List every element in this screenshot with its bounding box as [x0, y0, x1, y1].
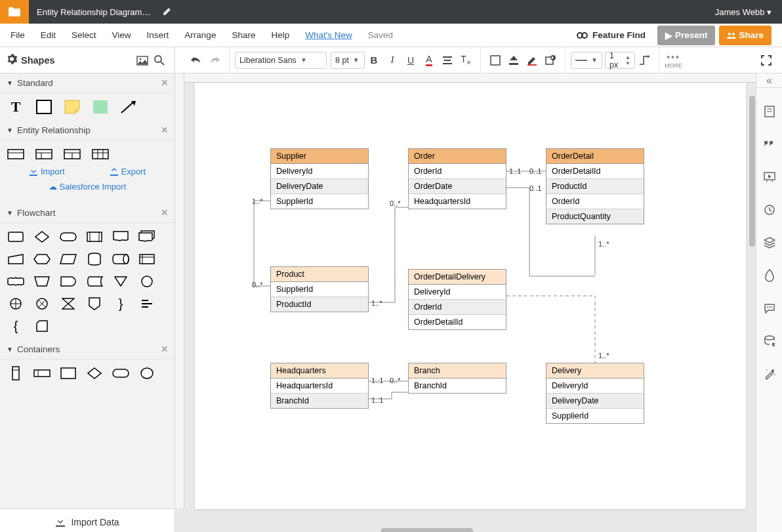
section-containers-header[interactable]: ▼Containers×: [0, 340, 175, 359]
canvas[interactable]: SupplierDeliveryIdDeliveryDateSupplierId…: [175, 73, 782, 532]
fc-prep[interactable]: [33, 252, 51, 266]
arrow-shape[interactable]: [119, 100, 138, 114]
italic-button[interactable]: I: [383, 51, 401, 70]
entity-hq[interactable]: HeadquartersHeadquartersIdBranchId: [270, 363, 369, 409]
shape-fill-button[interactable]: [486, 51, 504, 70]
section-standard-header[interactable]: ▼Standard×: [0, 73, 175, 93]
fc-delay[interactable]: [59, 274, 77, 289]
er-shape-2[interactable]: [35, 147, 53, 161]
import-link[interactable]: Import: [29, 167, 65, 176]
close-icon[interactable]: ×: [161, 123, 168, 137]
fc-papertape[interactable]: [7, 274, 25, 289]
block-shape[interactable]: [91, 100, 110, 114]
fc-manualop[interactable]: [33, 274, 51, 289]
underline-button[interactable]: U: [401, 51, 420, 70]
entity-branch[interactable]: BranchBranchId: [408, 363, 506, 394]
line-width-select[interactable]: 1 px▲▼: [605, 52, 635, 69]
fc-data[interactable]: [59, 252, 77, 266]
dock-present-icon[interactable]: [760, 168, 779, 186]
menu-help[interactable]: Help: [271, 30, 289, 40]
fc-brace-right[interactable]: }: [112, 297, 130, 311]
menu-view[interactable]: View: [112, 30, 131, 40]
scrollbar-vertical[interactable]: [749, 83, 756, 527]
text-shape[interactable]: T: [7, 100, 25, 114]
undo-button[interactable]: [187, 51, 205, 70]
line-shape-button[interactable]: [635, 51, 653, 70]
rename-icon[interactable]: [163, 7, 172, 18]
diagram-page[interactable]: SupplierDeliveryIdDeliveryDateSupplierId…: [195, 83, 746, 509]
scrollbar-horizontal[interactable]: [184, 527, 756, 532]
shape-options-button[interactable]: [541, 51, 560, 70]
line-style-select[interactable]: ▼: [571, 52, 602, 69]
fc-connector[interactable]: [138, 274, 156, 289]
fc-database[interactable]: [85, 252, 104, 266]
section-er-header[interactable]: ▼Entity Relationship×: [0, 121, 175, 140]
dock-paint-icon[interactable]: [760, 266, 779, 285]
font-family-select[interactable]: Liberation Sans▼: [235, 52, 327, 69]
section-flowchart-header[interactable]: ▼Flowchart×: [0, 203, 175, 223]
fc-collate[interactable]: [59, 297, 77, 311]
er-shape-1[interactable]: [7, 147, 25, 161]
fc-intstorage[interactable]: [138, 252, 156, 266]
gear-icon[interactable]: [7, 54, 17, 67]
font-size-select[interactable]: 8 pt▼: [331, 52, 365, 69]
fc-storeddata[interactable]: [85, 274, 104, 289]
fill-color-button[interactable]: [504, 51, 523, 70]
collapse-dock-button[interactable]: «: [756, 73, 782, 88]
fc-multidoc[interactable]: [138, 230, 156, 244]
fc-note[interactable]: [138, 297, 156, 311]
border-color-button[interactable]: [523, 51, 541, 70]
redo-button[interactable]: [205, 51, 224, 70]
dock-notes-icon[interactable]: [760, 102, 779, 121]
folder-icon[interactable]: [0, 0, 29, 24]
entity-delivery[interactable]: DeliveryDeliveryIdDeliveryDateSupplierId: [546, 363, 644, 424]
dock-chat-icon[interactable]: [760, 299, 779, 317]
present-button[interactable]: ▶ Present: [657, 26, 716, 45]
entity-orderdetail[interactable]: OrderDetailOrderDetailIdProductIdOrderId…: [546, 148, 644, 224]
dock-history-icon[interactable]: [760, 201, 779, 219]
menu-file[interactable]: File: [10, 30, 25, 40]
fc-offpage[interactable]: [85, 297, 104, 311]
insert-image-icon[interactable]: [134, 52, 151, 69]
user-menu[interactable]: James Webb ▾: [705, 7, 782, 17]
document-title[interactable]: Entity Relationship Diagram Exa…: [29, 7, 160, 17]
container-5[interactable]: [112, 366, 130, 380]
fc-document[interactable]: [112, 230, 130, 244]
dock-comments-icon[interactable]: [760, 135, 779, 153]
salesforce-import-link[interactable]: ☁ Salesforce Import: [7, 182, 168, 197]
close-icon[interactable]: ×: [161, 206, 168, 220]
share-button[interactable]: Share: [719, 26, 772, 45]
entity-order[interactable]: OrderOrderIdOrderDateHeadquartersId: [408, 148, 506, 209]
fc-card[interactable]: [33, 319, 51, 333]
dock-magic-icon[interactable]: [760, 365, 779, 383]
container-6[interactable]: [138, 366, 156, 380]
er-shape-3[interactable]: [63, 147, 81, 161]
fullscreen-button[interactable]: [757, 51, 775, 70]
dock-layers-icon[interactable]: [760, 234, 779, 252]
fc-merge[interactable]: [112, 274, 130, 289]
search-shapes-icon[interactable]: [151, 52, 168, 69]
entity-supplier[interactable]: SupplierDeliveryIdDeliveryDateSupplierId: [270, 148, 369, 209]
import-data-button[interactable]: Import Data: [0, 508, 175, 532]
export-link[interactable]: Export: [110, 167, 146, 176]
fc-process[interactable]: [7, 230, 25, 244]
fc-brace-left[interactable]: {: [7, 319, 25, 333]
menu-arrange[interactable]: Arrange: [184, 30, 216, 40]
entity-product[interactable]: ProductSupplierIdProductId: [270, 266, 369, 312]
fc-directdata[interactable]: [112, 252, 130, 266]
menu-insert[interactable]: Insert: [147, 30, 169, 40]
menu-edit[interactable]: Edit: [41, 30, 56, 40]
note-shape[interactable]: [63, 100, 81, 114]
menu-whats-new[interactable]: What's New: [305, 30, 352, 40]
dock-data-icon[interactable]: [760, 332, 779, 350]
fc-predef[interactable]: [85, 230, 104, 244]
menu-select[interactable]: Select: [72, 30, 96, 40]
align-button[interactable]: [438, 51, 457, 70]
text-color-button[interactable]: A: [420, 51, 438, 70]
bold-button[interactable]: B: [365, 51, 383, 70]
fc-manualin[interactable]: [7, 252, 25, 266]
close-icon[interactable]: ×: [161, 76, 168, 90]
fc-decision[interactable]: [33, 230, 51, 244]
fc-terminator[interactable]: [59, 230, 77, 244]
clear-format-button[interactable]: T×: [457, 51, 475, 70]
